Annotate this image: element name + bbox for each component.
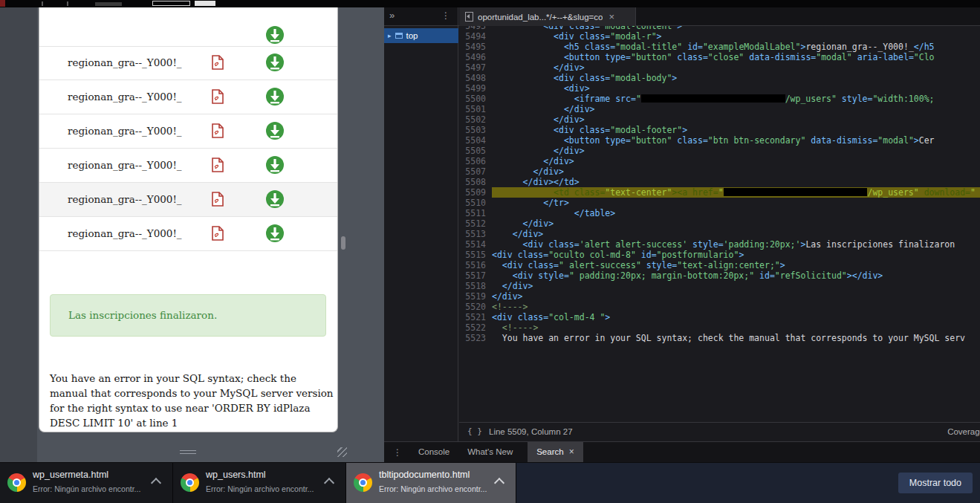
download-link[interactable] xyxy=(265,189,285,212)
download-link[interactable] xyxy=(265,87,285,109)
code-line: <iframe src="/wp_users" style="width:100… xyxy=(492,94,980,104)
table-row: regionan_gra--_Y000!_ xyxy=(39,114,337,149)
download-status: Error: Ningún archivo encontr... xyxy=(33,484,140,493)
tab-whats-new[interactable]: What's New xyxy=(458,442,522,462)
download-items: wp_usermeta.htmlError: Ningún archivo en… xyxy=(0,463,516,503)
download-status: Error: Ningún archivo encontr... xyxy=(206,484,314,493)
line-number[interactable]: 5511 xyxy=(459,208,492,218)
line-number[interactable]: 5522 xyxy=(459,322,492,333)
line-number[interactable]: 5517 xyxy=(459,270,492,281)
line-number[interactable]: 5520 xyxy=(459,302,492,312)
line-number[interactable]: 5504 xyxy=(459,135,492,146)
download-link[interactable] xyxy=(265,25,285,48)
pdf-icon xyxy=(212,158,224,172)
expand-panes-icon[interactable]: » xyxy=(389,10,395,21)
line-number[interactable]: 5502 xyxy=(459,114,492,125)
code-line: <!----> xyxy=(492,302,980,312)
sql-error-text: You have an error in your SQL syntax; ch… xyxy=(50,371,334,430)
code-line: </div> xyxy=(492,156,980,166)
code-editor: 5493 <div class="modal-content">5494 <di… xyxy=(459,26,980,422)
line-number[interactable]: 5518 xyxy=(459,281,492,291)
download-link[interactable] xyxy=(265,121,285,143)
code-line: <td class="text-center"><a href="/wp_use… xyxy=(492,187,980,198)
line-number[interactable]: 5495 xyxy=(459,42,492,52)
line-number[interactable]: 5494 xyxy=(459,31,492,42)
line-number[interactable]: 5508 xyxy=(459,177,492,187)
caret-up-icon[interactable] xyxy=(324,478,334,488)
code-line: <div class='alert alert-success' style='… xyxy=(492,239,980,250)
pdf-link[interactable] xyxy=(212,192,224,210)
line-number[interactable]: 5506 xyxy=(459,156,492,166)
pdf-link[interactable] xyxy=(212,55,224,73)
line-number[interactable]: 5509 xyxy=(459,187,492,198)
line-number[interactable]: 5501 xyxy=(459,104,492,114)
table-row: regionan_gra--_Y000!_ xyxy=(39,183,337,217)
line-number[interactable]: 5512 xyxy=(459,218,492,229)
line-number[interactable]: 5513 xyxy=(459,229,492,239)
pdf-link[interactable] xyxy=(212,123,224,141)
pdf-link[interactable] xyxy=(212,89,224,107)
line-number[interactable]: 5523 xyxy=(459,333,492,343)
line-number[interactable]: 5505 xyxy=(459,146,492,156)
topbar-control[interactable] xyxy=(195,1,215,6)
download-item[interactable]: wp_usermeta.htmlError: Ningún archivo en… xyxy=(0,463,173,503)
show-all-downloads-button[interactable]: Mostrar todo xyxy=(898,473,973,493)
resize-grip[interactable] xyxy=(337,447,347,457)
line-number[interactable]: 5499 xyxy=(459,83,492,94)
line-number[interactable]: 5493 xyxy=(459,26,492,31)
source-tab-label: oportunidad_lab...*/+--+&slug=co xyxy=(478,13,603,22)
line-number[interactable]: 5521 xyxy=(459,312,492,322)
pretty-print-icon[interactable]: { } xyxy=(467,426,482,436)
pdf-link[interactable] xyxy=(212,158,224,175)
tree-item-label: top xyxy=(406,31,418,40)
download-item[interactable]: tbltipodocumento.htmlError: Ningún archi… xyxy=(346,463,516,503)
download-link[interactable] xyxy=(265,224,285,246)
sources-menu-icon[interactable]: ⋮ xyxy=(441,10,450,21)
source-tab[interactable]: oportunidad_lab...*/+--+&slug=co × xyxy=(459,7,636,26)
tab-close-icon[interactable]: × xyxy=(609,11,614,22)
page-scrollbar-thumb[interactable] xyxy=(341,236,345,250)
content-card: regionan_gra--_Y000!_regionan_gra--_Y000… xyxy=(39,7,338,432)
caret-up-icon[interactable] xyxy=(494,478,504,488)
table-row-partial xyxy=(39,7,337,47)
browser-topbar xyxy=(0,0,980,7)
line-number[interactable]: 5519 xyxy=(459,291,492,302)
caret-up-icon[interactable] xyxy=(151,478,161,488)
pdf-icon xyxy=(212,192,224,207)
code-line: </div> xyxy=(492,166,980,177)
chevron-right-icon[interactable]: ▸ xyxy=(388,32,392,39)
tab-search-label: Search xyxy=(536,442,563,462)
tab-console[interactable]: Console xyxy=(409,442,458,462)
coverage-label[interactable]: Coverage xyxy=(947,427,980,436)
line-number[interactable]: 5503 xyxy=(459,125,492,135)
download-item[interactable]: wp_users.htmlError: Ningún archivo encon… xyxy=(173,463,346,503)
code-line: <div class="oculto col-md-8" id="postfor… xyxy=(492,250,980,260)
document-title: regionan_gra--_Y000!_ xyxy=(68,114,182,148)
search-tab-close-icon[interactable]: × xyxy=(569,442,574,462)
splitter-handle[interactable] xyxy=(180,450,196,456)
line-number[interactable]: 5507 xyxy=(459,166,492,177)
pdf-icon xyxy=(212,226,224,241)
line-number[interactable]: 5498 xyxy=(459,73,492,83)
line-number[interactable]: 5496 xyxy=(459,52,492,62)
download-icon xyxy=(265,189,285,209)
document-title: regionan_gra--_Y000!_ xyxy=(68,46,182,79)
download-link[interactable] xyxy=(265,155,285,178)
sources-tree-item-top[interactable]: ▸ top xyxy=(384,28,458,43)
download-link[interactable] xyxy=(265,53,285,75)
topbar-control[interactable] xyxy=(152,1,190,6)
line-number[interactable]: 5497 xyxy=(459,62,492,73)
line-number[interactable]: 5500 xyxy=(459,94,492,104)
pdf-link[interactable] xyxy=(212,226,224,244)
tab-search[interactable]: Search × xyxy=(528,442,583,462)
browser-viewport: regionan_gra--_Y000!_regionan_gra--_Y000… xyxy=(0,7,384,462)
footer-menu-icon[interactable]: ⋮ xyxy=(393,447,402,458)
line-number[interactable]: 5516 xyxy=(459,260,492,270)
sources-pane-header: » ⋮ xyxy=(384,7,458,26)
code-line: <!----> xyxy=(492,322,980,333)
line-number[interactable]: 5510 xyxy=(459,198,492,208)
line-number[interactable]: 5515 xyxy=(459,250,492,260)
editor-status-bar: { } Line 5509, Column 27 Coverage xyxy=(459,422,980,441)
line-number[interactable]: 5514 xyxy=(459,239,492,250)
download-icon xyxy=(265,155,285,175)
